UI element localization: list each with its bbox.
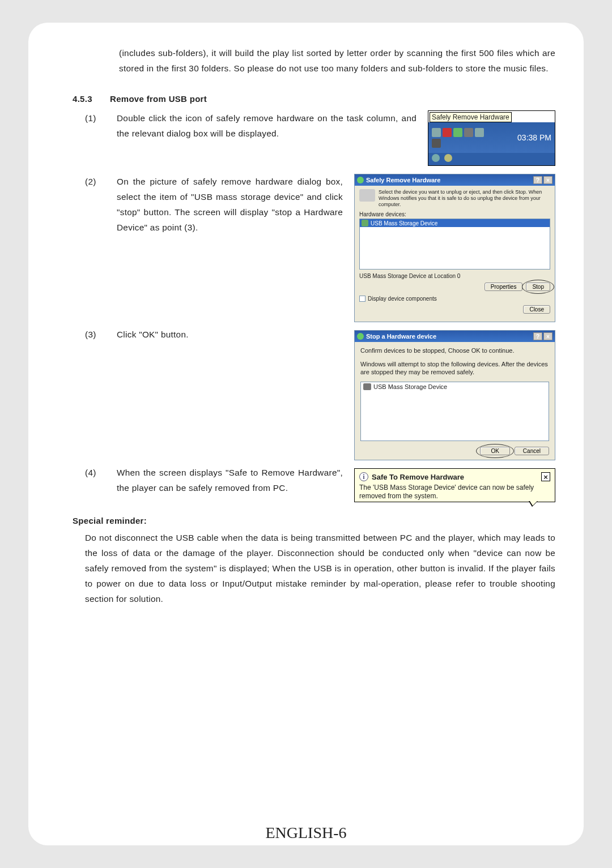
step-1-text: Double click the icon of safely remove h…: [117, 110, 416, 141]
step-4-text: When the screen displays "Safe to Remove…: [117, 465, 343, 495]
display-components-label: Display device components: [368, 296, 437, 302]
step-2-text: On the picture of safely remove hardware…: [117, 174, 343, 235]
cancel-button[interactable]: Cancel: [515, 447, 549, 455]
stop-confirm-text: Confirm devices to be stopped, Choose OK…: [360, 347, 549, 354]
tray-bottom-icon[interactable]: [432, 154, 440, 162]
tray-icon[interactable]: [453, 128, 462, 137]
srh-title-icon: [357, 177, 364, 183]
step-1-number: (1): [85, 110, 108, 141]
stop-hardware-dialog: Stop a Hardware device ? × Confirm devic…: [354, 330, 555, 460]
page-footer: ENGLISH-6: [28, 824, 584, 842]
systray-icons: [432, 128, 488, 148]
step-1-row: (1) Double click the icon of safely remo…: [85, 110, 555, 166]
systray-clock: 03:38 PM: [517, 133, 551, 142]
close-button[interactable]: ×: [543, 176, 552, 184]
stop-titlebar: Stop a Hardware device ? ×: [355, 331, 555, 342]
stop-title-text: Stop a Hardware device: [366, 333, 533, 340]
intro-paragraph: (includes sub-folders), it will build th…: [119, 45, 555, 76]
srh-status-text: USB Mass Storage Device at Location 0: [359, 273, 550, 279]
step-2-row: (2) On the picture of safely remove hard…: [85, 174, 555, 322]
special-reminder-body: Do not disconnect the USB cable when the…: [85, 530, 555, 606]
tray-bottom-icon[interactable]: [444, 154, 452, 162]
step-2-number: (2): [85, 174, 108, 235]
stop-list-item[interactable]: USB Mass Storage Device: [363, 383, 546, 390]
srh-title-text: Safely Remove Hardware: [366, 177, 533, 183]
info-icon: i: [359, 472, 368, 481]
section-heading-row: 4.5.3 Remove from USB port: [73, 94, 555, 104]
srh-help-icon: [359, 189, 375, 202]
ok-button[interactable]: OK: [480, 447, 509, 455]
step-4-row: (4) When the screen displays "Safe to Re…: [85, 460, 555, 502]
srh-titlebar: Safely Remove Hardware ? ×: [355, 174, 555, 186]
stop-devices-list[interactable]: USB Mass Storage Device: [360, 382, 549, 441]
device-icon: [363, 383, 371, 390]
step-3-row: (3) Click "OK" button. Stop a Hardware d…: [85, 322, 555, 460]
systray-tooltip: Safely Remove Hardware: [430, 112, 512, 122]
srh-help-text: Select the device you want to unplug or …: [379, 189, 550, 208]
close-button[interactable]: ×: [543, 332, 552, 340]
safe-to-remove-balloon: i Safe To Remove Hardware × The 'USB Mas…: [354, 468, 555, 502]
safely-remove-dialog: Safely Remove Hardware ? × Select the de…: [354, 174, 555, 322]
srh-list-item[interactable]: USB Mass Storage Device: [360, 219, 550, 227]
srh-devices-label: Hardware devices:: [359, 211, 550, 217]
balloon-title: Safe To Remove Hardware: [372, 473, 538, 481]
systray-bottom: [428, 153, 555, 165]
tray-icon[interactable]: [475, 128, 484, 137]
stop-title-icon: [357, 333, 364, 340]
step-3-text: Click "OK" button.: [117, 327, 343, 342]
section-number: 4.5.3: [73, 94, 100, 104]
properties-button[interactable]: Properties: [484, 283, 523, 291]
tray-icon[interactable]: [432, 128, 441, 137]
systray-figure: Safely Remove Hardware 03:38 PM: [428, 110, 555, 166]
srh-list-item-label: USB Mass Storage Device: [371, 220, 437, 226]
section-title: Remove from USB port: [110, 94, 207, 104]
special-reminder-heading: Special reminder:: [73, 516, 555, 525]
step-3-number: (3): [85, 327, 108, 342]
page: (includes sub-folders), it will build th…: [28, 23, 584, 845]
device-icon: [362, 220, 368, 226]
tray-icon[interactable]: [464, 128, 473, 137]
balloon-text: The 'USB Mass Storage Device' device can…: [359, 484, 550, 501]
balloon-tail: [529, 501, 538, 507]
stop-list-item-label: USB Mass Storage Device: [373, 383, 447, 390]
close-button[interactable]: Close: [523, 305, 550, 314]
display-components-checkbox[interactable]: [359, 296, 366, 302]
stop-attempt-text: Windows will attempt to stop the followi…: [360, 360, 549, 376]
tray-icon[interactable]: [432, 139, 441, 148]
tray-icon[interactable]: [443, 128, 452, 137]
stop-button[interactable]: Stop: [526, 283, 550, 291]
srh-devices-list[interactable]: USB Mass Storage Device: [359, 219, 550, 270]
balloon-close-button[interactable]: ×: [541, 472, 550, 481]
help-button[interactable]: ?: [533, 332, 542, 340]
step-4-number: (4): [85, 465, 108, 495]
help-button[interactable]: ?: [533, 176, 542, 184]
systray-body: 03:38 PM: [428, 122, 555, 153]
